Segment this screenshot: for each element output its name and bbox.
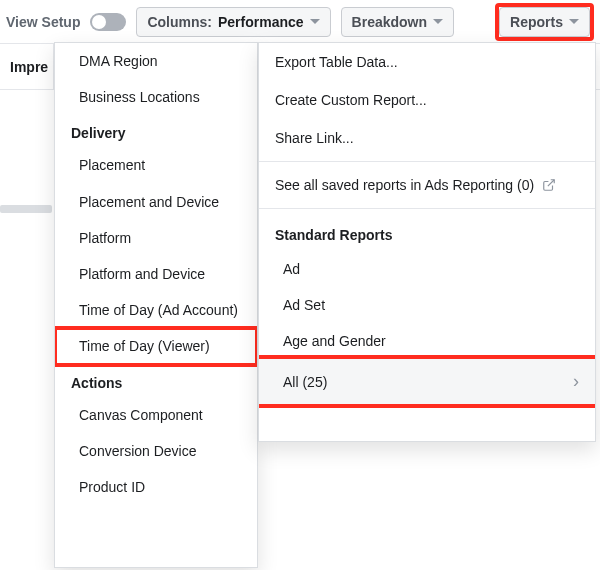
standard-report-age-and-gender[interactable]: Age and Gender bbox=[259, 323, 595, 359]
reports-item-see-all-saved[interactable]: See all saved reports in Ads Reporting (… bbox=[259, 166, 595, 204]
breakdown-item-platform[interactable]: Platform bbox=[55, 220, 257, 256]
columns-dropdown-button[interactable]: Columns: Performance bbox=[136, 7, 330, 37]
breakdown-group-actions: Actions bbox=[55, 365, 257, 397]
chevron-down-icon bbox=[433, 19, 443, 24]
reports-item-share-link[interactable]: Share Link... bbox=[259, 119, 595, 157]
reports-menu: Export Table Data... Create Custom Repor… bbox=[258, 42, 596, 442]
table-stub-row bbox=[0, 205, 52, 213]
breakdown-dropdown-button[interactable]: Breakdown bbox=[341, 7, 454, 37]
menu-divider bbox=[259, 161, 595, 162]
chevron-down-icon bbox=[310, 19, 320, 24]
breakdown-item-platform-and-device[interactable]: Platform and Device bbox=[55, 256, 257, 292]
see-all-saved-label: See all saved reports in Ads Reporting (… bbox=[275, 177, 534, 193]
breakdown-group-delivery: Delivery bbox=[55, 115, 257, 147]
breakdown-menu: DMA Region Business Locations Delivery P… bbox=[54, 42, 258, 568]
standard-report-ad-set[interactable]: Ad Set bbox=[259, 287, 595, 323]
breakdown-item-dma-region[interactable]: DMA Region bbox=[55, 43, 257, 79]
chevron-right-icon: › bbox=[573, 371, 579, 392]
reports-item-export-table-data[interactable]: Export Table Data... bbox=[259, 43, 595, 81]
standard-report-all[interactable]: All (25) › bbox=[259, 359, 595, 404]
reports-item-create-custom-report[interactable]: Create Custom Report... bbox=[259, 81, 595, 119]
breakdown-item-business-locations[interactable]: Business Locations bbox=[55, 79, 257, 115]
table-header-impressions: Impre bbox=[0, 44, 54, 89]
toolbar: View Setup Columns: Performance Breakdow… bbox=[0, 0, 600, 44]
svg-line-0 bbox=[548, 180, 554, 186]
standard-reports-header: Standard Reports bbox=[259, 213, 595, 251]
breakdown-item-product-id[interactable]: Product ID bbox=[55, 469, 257, 505]
columns-prefix: Columns: bbox=[147, 14, 212, 30]
view-setup-label: View Setup bbox=[6, 14, 80, 30]
breakdown-item-time-of-day-ad-account[interactable]: Time of Day (Ad Account) bbox=[55, 292, 257, 328]
external-link-icon bbox=[542, 178, 556, 192]
standard-report-all-label: All (25) bbox=[283, 374, 327, 390]
view-setup-toggle[interactable] bbox=[90, 13, 126, 31]
reports-label: Reports bbox=[510, 14, 563, 30]
breakdown-item-conversion-device[interactable]: Conversion Device bbox=[55, 433, 257, 469]
columns-value: Performance bbox=[218, 14, 304, 30]
breakdown-item-time-of-day-viewer[interactable]: Time of Day (Viewer) bbox=[55, 328, 257, 364]
breakdown-label: Breakdown bbox=[352, 14, 427, 30]
breakdown-item-canvas-component[interactable]: Canvas Component bbox=[55, 397, 257, 433]
menu-divider bbox=[259, 208, 595, 209]
standard-report-ad[interactable]: Ad bbox=[259, 251, 595, 287]
reports-highlight: Reports bbox=[495, 3, 594, 41]
chevron-down-icon bbox=[569, 19, 579, 24]
breakdown-item-placement[interactable]: Placement bbox=[55, 147, 257, 183]
reports-dropdown-button[interactable]: Reports bbox=[499, 7, 590, 37]
breakdown-item-placement-and-device[interactable]: Placement and Device bbox=[55, 184, 257, 220]
